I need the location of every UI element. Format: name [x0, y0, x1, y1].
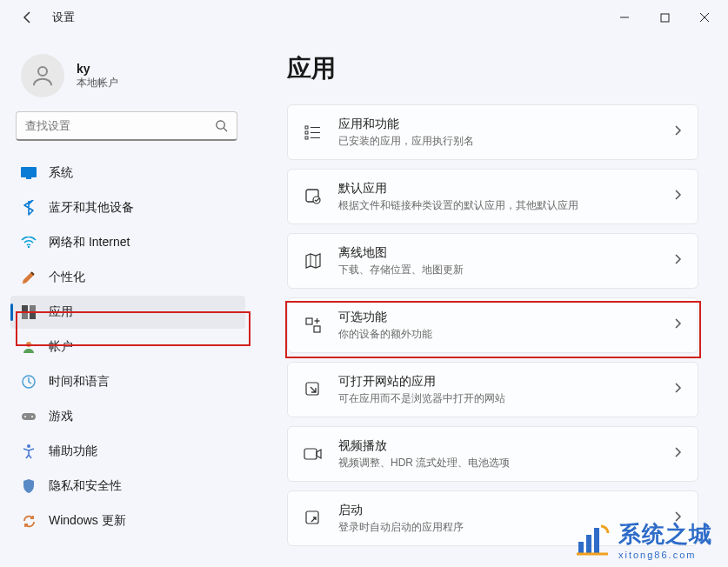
- person-icon: [30, 63, 56, 89]
- svg-point-16: [31, 416, 33, 417]
- sidebar-item-label: 应用: [49, 304, 73, 320]
- page-title: 应用: [287, 52, 698, 85]
- close-button[interactable]: [685, 0, 725, 35]
- svg-rect-35: [594, 528, 599, 554]
- back-arrow-icon: [21, 10, 35, 24]
- svg-rect-14: [22, 413, 36, 420]
- sidebar-item-label: 时间和语言: [49, 374, 110, 390]
- card-title: 启动: [338, 503, 658, 518]
- svg-point-7: [28, 246, 30, 248]
- minimize-button[interactable]: [604, 0, 645, 35]
- card-sub: 根据文件和链接种类设置的默认应用，其他默认应用: [338, 198, 658, 213]
- nav-list: 系统 蓝牙和其他设备 网络和 Internet 个性化 应用 帐户: [10, 157, 261, 537]
- card-sub: 视频调整、HDR 流式处理、电池选项: [338, 456, 658, 470]
- paintbrush-icon: [21, 270, 37, 285]
- apps-icon: [21, 304, 37, 320]
- card-apps-features[interactable]: 应用和功能 已安装的应用，应用执行别名: [287, 104, 698, 160]
- card-title: 可选功能: [338, 310, 658, 325]
- svg-point-25: [313, 197, 320, 203]
- user-profile[interactable]: ky 本地帐户: [10, 45, 261, 111]
- svg-rect-22: [305, 137, 308, 139]
- chevron-right-icon: [673, 124, 682, 140]
- card-video-playback[interactable]: 视频播放 视频调整、HDR 流式处理、电池选项: [287, 426, 698, 482]
- maximize-icon: [660, 13, 670, 23]
- list-icon: [304, 123, 323, 142]
- card-offline-maps[interactable]: 离线地图 下载、存储位置、地图更新: [287, 233, 698, 289]
- video-icon: [304, 444, 323, 464]
- user-subtitle: 本地帐户: [77, 76, 118, 90]
- svg-point-15: [24, 416, 26, 417]
- brand-url: xitong86.com: [618, 550, 712, 560]
- svg-rect-18: [305, 126, 308, 129]
- svg-rect-27: [314, 326, 320, 332]
- display-icon: [21, 165, 37, 181]
- sidebar-item-accessibility[interactable]: 辅助功能: [10, 435, 245, 468]
- account-icon: [21, 339, 37, 355]
- sidebar-item-label: 蓝牙和其他设备: [49, 200, 134, 216]
- card-default-apps[interactable]: 默认应用 根据文件和链接种类设置的默认应用，其他默认应用: [287, 169, 698, 224]
- sidebar-item-time[interactable]: 时间和语言: [10, 365, 245, 398]
- card-title: 应用和功能: [338, 117, 658, 132]
- svg-rect-31: [304, 449, 317, 459]
- svg-rect-11: [30, 313, 36, 319]
- svg-rect-20: [305, 131, 308, 134]
- user-text: ky 本地帐户: [77, 62, 118, 90]
- card-sub: 你的设备的额外功能: [338, 327, 658, 342]
- card-sub: 下载、存储位置、地图更新: [338, 263, 658, 277]
- sidebar-item-privacy[interactable]: 隐私和安全性: [10, 470, 245, 503]
- sidebar-item-network[interactable]: 网络和 Internet: [10, 226, 245, 259]
- user-name: ky: [77, 62, 118, 76]
- sidebar-item-label: 系统: [49, 165, 73, 181]
- window-title: 设置: [52, 10, 75, 25]
- maximize-button[interactable]: [645, 0, 685, 35]
- sidebar-item-label: 隐私和安全性: [49, 478, 122, 494]
- update-icon: [21, 513, 37, 529]
- sidebar-item-update[interactable]: Windows 更新: [10, 504, 245, 537]
- sidebar-item-label: Windows 更新: [49, 513, 126, 529]
- svg-point-17: [27, 444, 30, 448]
- wifi-icon: [21, 235, 37, 250]
- sidebar-item-gaming[interactable]: 游戏: [10, 400, 245, 433]
- sidebar-item-label: 辅助功能: [49, 444, 97, 459]
- sidebar-item-bluetooth[interactable]: 蓝牙和其他设备: [10, 191, 245, 224]
- settings-card-list: 应用和功能 已安装的应用，应用执行别名 默认应用 根据文件和链接种类设置的默认应…: [287, 104, 698, 546]
- search-icon: [215, 119, 228, 132]
- back-button[interactable]: [16, 5, 40, 30]
- sidebar-item-system[interactable]: 系统: [10, 157, 245, 190]
- card-sub: 可在应用而不是浏览器中打开的网站: [338, 391, 658, 406]
- search-input-wrap[interactable]: [16, 111, 237, 141]
- card-title: 离线地图: [338, 245, 658, 261]
- svg-point-12: [26, 342, 31, 347]
- svg-rect-10: [22, 313, 28, 319]
- close-icon: [699, 12, 710, 23]
- chevron-right-icon: [673, 382, 682, 397]
- window-controls: [604, 0, 725, 35]
- card-website-apps[interactable]: 可打开网站的应用 可在应用而不是浏览器中打开的网站: [287, 362, 698, 417]
- chevron-right-icon: [673, 446, 682, 462]
- sidebar-item-apps[interactable]: 应用: [10, 296, 245, 329]
- main-content: 应用 应用和功能 已安装的应用，应用执行别名 默认应用 根据文件和链接种类设置的…: [261, 35, 728, 567]
- gamepad-icon: [21, 409, 37, 424]
- default-app-icon: [304, 187, 323, 206]
- sidebar-item-label: 个性化: [49, 270, 85, 285]
- sidebar-item-label: 游戏: [49, 409, 73, 424]
- chevron-right-icon: [673, 317, 682, 333]
- svg-rect-1: [661, 14, 669, 22]
- svg-rect-33: [578, 542, 584, 554]
- svg-point-2: [38, 67, 47, 76]
- svg-line-4: [224, 128, 227, 131]
- sidebar-item-label: 网络和 Internet: [49, 235, 130, 250]
- sidebar-item-accounts[interactable]: 帐户: [10, 330, 245, 364]
- svg-rect-5: [21, 167, 37, 177]
- svg-rect-8: [22, 305, 28, 311]
- brand-name: 系统之城: [618, 521, 712, 547]
- search-input[interactable]: [25, 119, 215, 132]
- website-app-icon: [304, 380, 323, 399]
- titlebar: 设置: [0, 0, 728, 35]
- card-title: 可打开网站的应用: [338, 374, 658, 390]
- sidebar-item-personalization[interactable]: 个性化: [10, 261, 245, 294]
- svg-rect-9: [30, 305, 36, 311]
- card-optional-features[interactable]: 可选功能 你的设备的额外功能: [287, 297, 698, 353]
- bluetooth-icon: [21, 200, 37, 216]
- shield-icon: [21, 478, 37, 494]
